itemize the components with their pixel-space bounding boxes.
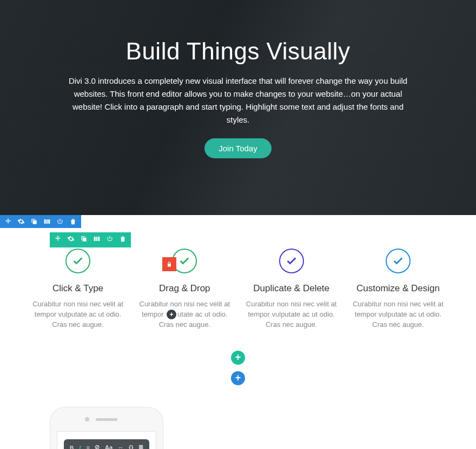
- font-button[interactable]: Aa: [105, 444, 113, 449]
- lock-icon: [166, 261, 173, 267]
- hero-title: Build Things Visually: [126, 38, 351, 65]
- check-icon: [65, 249, 90, 273]
- code-button[interactable]: {}: [129, 444, 134, 449]
- align-button[interactable]: ≡: [86, 444, 89, 449]
- module-toolbar[interactable]: [50, 232, 131, 247]
- feature-drag-drop[interactable]: Drag & Drop Curabitur non nisi nec velit…: [135, 249, 234, 330]
- bold-button[interactable]: B: [70, 444, 74, 449]
- hero-section: Build Things Visually Divi 3.0 introduce…: [0, 0, 476, 215]
- feature-title: Drag & Drop: [135, 283, 234, 294]
- feature-body: Curabitur non nisi nec velit at tempor v…: [28, 299, 128, 330]
- phone-mockup: B I ≡ ⊘ Aa ↔ {} ≣ Click & Type: [50, 407, 163, 449]
- duplicate-icon[interactable]: [80, 235, 88, 245]
- move-icon[interactable]: [54, 235, 62, 245]
- add-buttons: + +: [0, 351, 476, 385]
- check-icon: [279, 249, 304, 273]
- feature-body: Curabitur non nisi nec velit at tempor +…: [135, 299, 234, 330]
- feature-title: Click & Type: [28, 283, 128, 294]
- hero-body: Divi 3.0 introduces a completely new vis…: [65, 75, 411, 126]
- list-button[interactable]: ≣: [138, 444, 143, 449]
- lock-badge[interactable]: [162, 257, 176, 271]
- phone-screen: B I ≡ ⊘ Aa ↔ {} ≣ Click & Type: [57, 431, 156, 449]
- settings-icon[interactable]: [67, 235, 75, 245]
- feature-title: Customize & Design: [348, 283, 448, 294]
- feature-body: Curabitur non nisi nec velit at tempor v…: [348, 299, 448, 330]
- add-section-button[interactable]: +: [231, 371, 245, 385]
- join-today-button[interactable]: Join Today: [204, 138, 271, 158]
- lower-section: B I ≡ ⊘ Aa ↔ {} ≣ Click & Type: [0, 407, 476, 449]
- feature-title: Duplicate & Delete: [242, 283, 341, 294]
- feature-click-type[interactable]: Click & Type Curabitur non nisi nec veli…: [28, 249, 128, 330]
- italic-button[interactable]: I: [79, 444, 81, 449]
- delete-icon[interactable]: [119, 235, 127, 245]
- feature-duplicate-delete[interactable]: Duplicate & Delete Curabitur non nisi ne…: [242, 249, 341, 330]
- rich-text-toolbar[interactable]: B I ≡ ⊘ Aa ↔ {} ≣: [64, 439, 149, 449]
- feature-customize-design[interactable]: Customize & Design Curabitur non nisi ne…: [348, 249, 448, 330]
- power-icon[interactable]: [106, 235, 114, 245]
- clear-button[interactable]: ⊘: [95, 444, 100, 449]
- check-icon: [386, 249, 411, 273]
- inline-add-button[interactable]: +: [167, 310, 176, 319]
- features-row: Click & Type Curabitur non nisi nec veli…: [0, 215, 476, 346]
- add-module-button[interactable]: +: [231, 351, 245, 365]
- feature-body: Curabitur non nisi nec velit at tempor v…: [242, 299, 341, 330]
- columns-icon[interactable]: [93, 235, 101, 245]
- spacing-button[interactable]: ↔: [118, 444, 124, 449]
